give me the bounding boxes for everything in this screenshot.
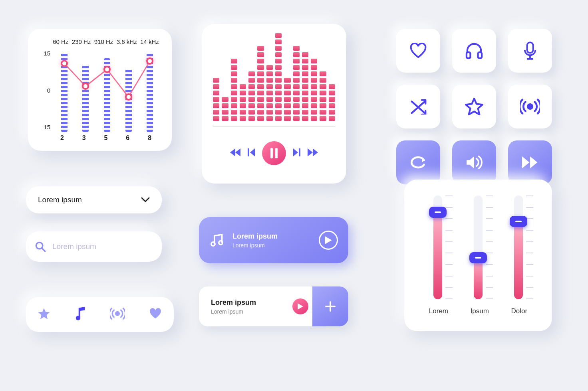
visualizer-column	[320, 71, 326, 121]
visualizer-column	[231, 59, 237, 121]
fast-forward-button[interactable]	[308, 148, 318, 158]
track-card-purple[interactable]: Lorem ipsum Lorem ipsum	[199, 217, 348, 263]
equalizer-card: 60 Hz 230 Hz 910 Hz 3.6 kHz 14 kHz 15 0 …	[28, 29, 172, 151]
svg-rect-1	[270, 148, 273, 158]
eq-value: 5	[104, 134, 108, 142]
visualizer-column	[302, 52, 308, 121]
microphone-button[interactable]	[508, 29, 552, 73]
eq-tick-labels: 15 0 15	[39, 48, 54, 132]
svg-point-10	[116, 312, 119, 316]
svg-rect-2	[275, 148, 278, 158]
playback-controls	[213, 141, 335, 165]
music-note-icon[interactable]	[74, 307, 87, 322]
eq-tick: 15	[39, 50, 50, 57]
eq-freq-label: 14 kHz	[140, 38, 159, 45]
dropdown[interactable]: Lorem ipsum	[26, 186, 162, 213]
slider-label: Lorem	[429, 307, 448, 315]
eq-freq-label: 230 Hz	[72, 38, 91, 45]
chevron-down-icon	[141, 197, 150, 203]
eq-value: 2	[60, 134, 64, 142]
search-placeholder: Lorem ipsum	[52, 242, 96, 251]
slider[interactable]	[474, 196, 483, 299]
svg-rect-4	[467, 52, 471, 58]
icon-bar	[26, 297, 174, 332]
heart-icon[interactable]	[149, 308, 162, 321]
slider[interactable]	[514, 196, 523, 299]
visualizer-column	[275, 33, 282, 121]
slider-labels: Lorem Ipsum Dolor	[418, 307, 538, 315]
slider-thumb[interactable]	[510, 216, 527, 227]
eq-bar[interactable]	[82, 64, 89, 132]
slider-label: Dolor	[511, 307, 528, 315]
eq-knob[interactable]	[125, 93, 132, 101]
music-note-icon	[209, 233, 224, 248]
headphones-button[interactable]	[452, 29, 496, 73]
track-title: Lorem ipsum	[211, 298, 285, 307]
visualizer-column	[329, 84, 335, 121]
star-icon[interactable]	[38, 308, 50, 321]
slider-thumb[interactable]	[469, 252, 487, 263]
visualizer-column	[257, 46, 264, 121]
eq-tick: 0	[39, 87, 50, 94]
icon-button-grid	[396, 29, 552, 184]
eq-freq-label: 910 Hz	[94, 38, 113, 45]
track-subtitle: Lorem ipsum	[211, 308, 285, 315]
eq-freq-label: 60 Hz	[53, 38, 68, 45]
eq-values: 2 3 5 6 8	[51, 134, 161, 142]
play-button[interactable]	[319, 231, 338, 250]
visualizer-column	[240, 84, 246, 121]
svg-rect-3	[299, 148, 300, 156]
broadcast-button[interactable]	[508, 85, 552, 128]
repeat-button[interactable]	[396, 140, 440, 184]
visualizer-column	[311, 59, 317, 121]
visualizer-column	[248, 71, 255, 121]
svg-point-12	[219, 241, 223, 245]
search-icon	[35, 241, 46, 252]
svg-rect-0	[248, 148, 249, 156]
svg-point-8	[36, 243, 43, 249]
visualizer-column	[293, 46, 300, 121]
search-input[interactable]: Lorem ipsum	[26, 231, 162, 262]
eq-bars	[54, 48, 161, 132]
visualizer-column	[222, 97, 228, 121]
eq-knob[interactable]	[103, 66, 111, 73]
slider-label: Ipsum	[471, 307, 489, 315]
heart-button[interactable]	[396, 29, 440, 73]
eq-value: 6	[126, 134, 129, 142]
svg-point-11	[211, 242, 215, 246]
next-button[interactable]	[293, 148, 300, 158]
slider[interactable]	[433, 196, 442, 299]
volume-button[interactable]	[452, 140, 496, 184]
visualizer-column	[266, 65, 273, 121]
svg-point-7	[528, 104, 532, 109]
eq-knob[interactable]	[61, 60, 68, 67]
eq-knob[interactable]	[82, 83, 89, 90]
rewind-button[interactable]	[230, 148, 240, 158]
track-subtitle: Lorem ipsum	[232, 242, 311, 249]
dropdown-label: Lorem ipsum	[38, 196, 82, 204]
play-button[interactable]	[292, 298, 308, 314]
star-button[interactable]	[452, 85, 496, 128]
svg-rect-5	[478, 52, 482, 58]
eq-freq-labels: 60 Hz 230 Hz 910 Hz 3.6 kHz 14 kHz	[51, 38, 161, 45]
visualizer-column	[213, 78, 219, 121]
add-button[interactable]	[312, 286, 348, 326]
shuffle-button[interactable]	[396, 85, 440, 128]
previous-button[interactable]	[248, 148, 255, 158]
broadcast-icon[interactable]	[110, 308, 125, 321]
eq-value: 3	[82, 134, 86, 142]
slider-thumb[interactable]	[429, 207, 447, 218]
eq-value: 8	[148, 134, 151, 142]
eq-knob[interactable]	[146, 57, 153, 65]
sliders-card: Lorem Ipsum Dolor	[404, 180, 552, 331]
pause-button[interactable]	[262, 141, 286, 165]
svg-rect-6	[527, 42, 533, 53]
visualizer-bars	[213, 35, 335, 127]
visualizer-card	[202, 24, 346, 184]
track-card-white: Lorem ipsum Lorem ipsum	[199, 286, 348, 326]
forward-button[interactable]	[508, 140, 552, 184]
svg-line-9	[42, 249, 45, 251]
visualizer-column	[284, 78, 290, 121]
track-title: Lorem ipsum	[232, 232, 311, 241]
eq-tick: 15	[39, 124, 50, 130]
